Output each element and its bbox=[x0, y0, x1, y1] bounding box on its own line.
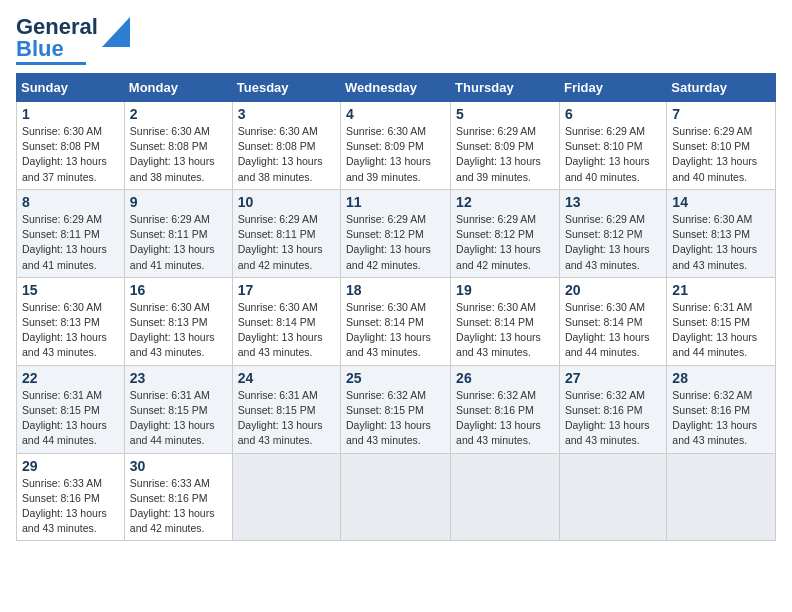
day-number: 8 bbox=[22, 194, 119, 210]
day-info: Sunrise: 6:30 AM Sunset: 8:14 PM Dayligh… bbox=[565, 300, 661, 361]
day-info: Sunrise: 6:31 AM Sunset: 8:15 PM Dayligh… bbox=[238, 388, 335, 449]
calendar-week-5: 29 Sunrise: 6:33 AM Sunset: 8:16 PM Dayl… bbox=[17, 453, 776, 541]
day-info: Sunrise: 6:30 AM Sunset: 8:13 PM Dayligh… bbox=[672, 212, 770, 273]
day-info: Sunrise: 6:29 AM Sunset: 8:11 PM Dayligh… bbox=[22, 212, 119, 273]
day-info: Sunrise: 6:32 AM Sunset: 8:16 PM Dayligh… bbox=[672, 388, 770, 449]
day-number: 23 bbox=[130, 370, 227, 386]
day-number: 21 bbox=[672, 282, 770, 298]
day-info: Sunrise: 6:30 AM Sunset: 8:08 PM Dayligh… bbox=[238, 124, 335, 185]
day-info: Sunrise: 6:29 AM Sunset: 8:10 PM Dayligh… bbox=[565, 124, 661, 185]
day-number: 12 bbox=[456, 194, 554, 210]
day-number: 30 bbox=[130, 458, 227, 474]
logo: GeneralBlue bbox=[16, 16, 130, 65]
logo-underline bbox=[16, 62, 86, 65]
day-number: 4 bbox=[346, 106, 445, 122]
calendar-cell: 21 Sunrise: 6:31 AM Sunset: 8:15 PM Dayl… bbox=[667, 277, 776, 365]
calendar-cell: 22 Sunrise: 6:31 AM Sunset: 8:15 PM Dayl… bbox=[17, 365, 125, 453]
calendar-cell: 12 Sunrise: 6:29 AM Sunset: 8:12 PM Dayl… bbox=[451, 189, 560, 277]
day-number: 11 bbox=[346, 194, 445, 210]
day-info: Sunrise: 6:31 AM Sunset: 8:15 PM Dayligh… bbox=[672, 300, 770, 361]
calendar-cell: 2 Sunrise: 6:30 AM Sunset: 8:08 PM Dayli… bbox=[124, 102, 232, 190]
day-number: 16 bbox=[130, 282, 227, 298]
day-info: Sunrise: 6:30 AM Sunset: 8:08 PM Dayligh… bbox=[130, 124, 227, 185]
calendar-cell: 13 Sunrise: 6:29 AM Sunset: 8:12 PM Dayl… bbox=[559, 189, 666, 277]
day-number: 5 bbox=[456, 106, 554, 122]
day-number: 9 bbox=[130, 194, 227, 210]
day-number: 2 bbox=[130, 106, 227, 122]
day-info: Sunrise: 6:30 AM Sunset: 8:08 PM Dayligh… bbox=[22, 124, 119, 185]
svg-marker-0 bbox=[102, 17, 130, 47]
day-info: Sunrise: 6:30 AM Sunset: 8:13 PM Dayligh… bbox=[22, 300, 119, 361]
day-number: 3 bbox=[238, 106, 335, 122]
calendar-cell: 20 Sunrise: 6:30 AM Sunset: 8:14 PM Dayl… bbox=[559, 277, 666, 365]
day-number: 15 bbox=[22, 282, 119, 298]
calendar-cell: 23 Sunrise: 6:31 AM Sunset: 8:15 PM Dayl… bbox=[124, 365, 232, 453]
day-number: 20 bbox=[565, 282, 661, 298]
day-number: 1 bbox=[22, 106, 119, 122]
day-number: 22 bbox=[22, 370, 119, 386]
calendar-body: 1 Sunrise: 6:30 AM Sunset: 8:08 PM Dayli… bbox=[17, 102, 776, 541]
day-info: Sunrise: 6:32 AM Sunset: 8:16 PM Dayligh… bbox=[565, 388, 661, 449]
day-info: Sunrise: 6:33 AM Sunset: 8:16 PM Dayligh… bbox=[130, 476, 227, 537]
day-number: 28 bbox=[672, 370, 770, 386]
day-info: Sunrise: 6:29 AM Sunset: 8:11 PM Dayligh… bbox=[238, 212, 335, 273]
calendar-cell: 14 Sunrise: 6:30 AM Sunset: 8:13 PM Dayl… bbox=[667, 189, 776, 277]
day-number: 14 bbox=[672, 194, 770, 210]
day-number: 13 bbox=[565, 194, 661, 210]
calendar-cell: 6 Sunrise: 6:29 AM Sunset: 8:10 PM Dayli… bbox=[559, 102, 666, 190]
calendar-cell: 3 Sunrise: 6:30 AM Sunset: 8:08 PM Dayli… bbox=[232, 102, 340, 190]
day-info: Sunrise: 6:29 AM Sunset: 8:11 PM Dayligh… bbox=[130, 212, 227, 273]
day-number: 6 bbox=[565, 106, 661, 122]
day-info: Sunrise: 6:33 AM Sunset: 8:16 PM Dayligh… bbox=[22, 476, 119, 537]
calendar-week-1: 1 Sunrise: 6:30 AM Sunset: 8:08 PM Dayli… bbox=[17, 102, 776, 190]
calendar-week-4: 22 Sunrise: 6:31 AM Sunset: 8:15 PM Dayl… bbox=[17, 365, 776, 453]
calendar-cell: 7 Sunrise: 6:29 AM Sunset: 8:10 PM Dayli… bbox=[667, 102, 776, 190]
column-header-sunday: Sunday bbox=[17, 74, 125, 102]
day-info: Sunrise: 6:29 AM Sunset: 8:12 PM Dayligh… bbox=[565, 212, 661, 273]
calendar-cell bbox=[559, 453, 666, 541]
calendar-cell: 24 Sunrise: 6:31 AM Sunset: 8:15 PM Dayl… bbox=[232, 365, 340, 453]
day-number: 24 bbox=[238, 370, 335, 386]
calendar-cell bbox=[341, 453, 451, 541]
day-number: 17 bbox=[238, 282, 335, 298]
calendar-cell: 4 Sunrise: 6:30 AM Sunset: 8:09 PM Dayli… bbox=[341, 102, 451, 190]
calendar-cell: 27 Sunrise: 6:32 AM Sunset: 8:16 PM Dayl… bbox=[559, 365, 666, 453]
calendar-cell: 30 Sunrise: 6:33 AM Sunset: 8:16 PM Dayl… bbox=[124, 453, 232, 541]
calendar-cell: 29 Sunrise: 6:33 AM Sunset: 8:16 PM Dayl… bbox=[17, 453, 125, 541]
calendar-cell: 18 Sunrise: 6:30 AM Sunset: 8:14 PM Dayl… bbox=[341, 277, 451, 365]
header: GeneralBlue bbox=[16, 16, 776, 65]
day-number: 10 bbox=[238, 194, 335, 210]
day-number: 29 bbox=[22, 458, 119, 474]
calendar-cell: 19 Sunrise: 6:30 AM Sunset: 8:14 PM Dayl… bbox=[451, 277, 560, 365]
calendar-cell: 16 Sunrise: 6:30 AM Sunset: 8:13 PM Dayl… bbox=[124, 277, 232, 365]
day-number: 7 bbox=[672, 106, 770, 122]
day-info: Sunrise: 6:31 AM Sunset: 8:15 PM Dayligh… bbox=[22, 388, 119, 449]
day-info: Sunrise: 6:30 AM Sunset: 8:13 PM Dayligh… bbox=[130, 300, 227, 361]
calendar-cell: 15 Sunrise: 6:30 AM Sunset: 8:13 PM Dayl… bbox=[17, 277, 125, 365]
calendar-cell: 17 Sunrise: 6:30 AM Sunset: 8:14 PM Dayl… bbox=[232, 277, 340, 365]
calendar-cell: 10 Sunrise: 6:29 AM Sunset: 8:11 PM Dayl… bbox=[232, 189, 340, 277]
logo-text: GeneralBlue bbox=[16, 16, 98, 60]
day-info: Sunrise: 6:30 AM Sunset: 8:14 PM Dayligh… bbox=[346, 300, 445, 361]
calendar-cell: 8 Sunrise: 6:29 AM Sunset: 8:11 PM Dayli… bbox=[17, 189, 125, 277]
day-info: Sunrise: 6:31 AM Sunset: 8:15 PM Dayligh… bbox=[130, 388, 227, 449]
column-header-saturday: Saturday bbox=[667, 74, 776, 102]
day-info: Sunrise: 6:32 AM Sunset: 8:16 PM Dayligh… bbox=[456, 388, 554, 449]
calendar-week-2: 8 Sunrise: 6:29 AM Sunset: 8:11 PM Dayli… bbox=[17, 189, 776, 277]
column-header-friday: Friday bbox=[559, 74, 666, 102]
column-header-monday: Monday bbox=[124, 74, 232, 102]
day-info: Sunrise: 6:32 AM Sunset: 8:15 PM Dayligh… bbox=[346, 388, 445, 449]
calendar-week-3: 15 Sunrise: 6:30 AM Sunset: 8:13 PM Dayl… bbox=[17, 277, 776, 365]
day-info: Sunrise: 6:30 AM Sunset: 8:09 PM Dayligh… bbox=[346, 124, 445, 185]
day-info: Sunrise: 6:29 AM Sunset: 8:12 PM Dayligh… bbox=[456, 212, 554, 273]
day-info: Sunrise: 6:29 AM Sunset: 8:12 PM Dayligh… bbox=[346, 212, 445, 273]
calendar-cell: 28 Sunrise: 6:32 AM Sunset: 8:16 PM Dayl… bbox=[667, 365, 776, 453]
calendar-cell: 26 Sunrise: 6:32 AM Sunset: 8:16 PM Dayl… bbox=[451, 365, 560, 453]
calendar-cell: 1 Sunrise: 6:30 AM Sunset: 8:08 PM Dayli… bbox=[17, 102, 125, 190]
calendar-cell bbox=[451, 453, 560, 541]
day-info: Sunrise: 6:29 AM Sunset: 8:09 PM Dayligh… bbox=[456, 124, 554, 185]
calendar-header-row: SundayMondayTuesdayWednesdayThursdayFrid… bbox=[17, 74, 776, 102]
column-header-thursday: Thursday bbox=[451, 74, 560, 102]
day-number: 26 bbox=[456, 370, 554, 386]
logo-arrow-icon bbox=[102, 17, 130, 47]
